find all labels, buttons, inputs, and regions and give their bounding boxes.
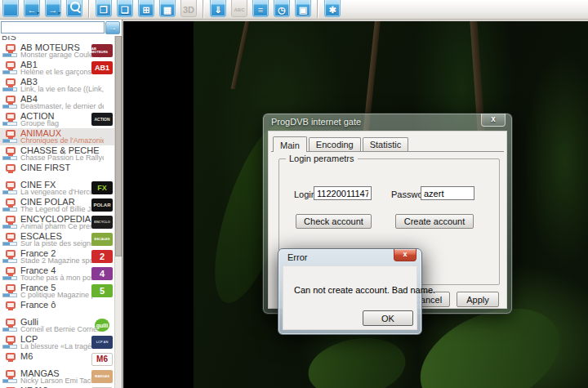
progdvb-window: ←▾→▾❐❏⊞▦3D⇓ABC≡◷▣✱ → BIS AB MOTEURS Mons…	[0, 0, 588, 388]
dropdown-arrow-icon: ▾	[58, 11, 60, 16]
channel-now-playing: Chasse Passion Le Rallye de St...	[20, 154, 104, 162]
create-account-button[interactable]: Create account	[395, 214, 474, 229]
channel-list-icon: ≡	[253, 5, 268, 15]
channel-logo-icon: MANGAS	[91, 370, 113, 383]
error-message: Can not create account. Bad name.	[294, 285, 435, 295]
channel-row[interactable]: CINE POLAR The Legend of Billie Jean... …	[0, 197, 115, 214]
channel-logo-icon: ESCALES	[91, 233, 113, 246]
window-corner-button[interactable]: ❏	[117, 0, 133, 17]
window-mode-icon: ❐	[96, 5, 111, 15]
schedule-button[interactable]: ◷	[274, 0, 290, 17]
record-icon: ⇓	[211, 5, 225, 15]
channel-logo-icon: gulli	[95, 319, 109, 332]
close-icon[interactable]: x	[394, 249, 416, 261]
close-icon[interactable]: x	[481, 114, 506, 127]
channel-progress	[2, 379, 17, 383]
channel-row[interactable]: ANIMAUX Chroniques de l'Amazonie sauva..…	[0, 128, 115, 145]
tv-icon	[6, 250, 16, 257]
channel-row[interactable]: ESCALES Sur la piste des seigneur... ESC…	[0, 231, 115, 248]
back-button[interactable]: ←▾	[24, 0, 40, 17]
channel-row[interactable]: Gulli Corneil et Bernie Corneil... gulli	[0, 317, 115, 334]
tv-icon	[6, 216, 16, 223]
channel-search-input[interactable]	[1, 21, 105, 33]
group-title: Login perametrs	[286, 154, 358, 163]
channel-progress	[2, 207, 17, 212]
channel-progress	[2, 70, 17, 74]
channel-progress	[2, 259, 17, 263]
channel-logo-icon: POLAR	[91, 198, 113, 212]
channel-logo-icon: FX	[91, 181, 113, 194]
3d-icon: 3D	[181, 5, 196, 15]
tv-icon	[6, 284, 16, 292]
teletext-icon: ▣	[296, 5, 310, 15]
channel-row[interactable]: AB MOTEURS Monster garage Couleur,... AB…	[0, 42, 115, 60]
channel-row[interactable]: AB3 Link, la vie en face ((Link, la vie …	[0, 77, 115, 94]
settings-icon: ✱	[325, 5, 340, 15]
channel-logo-icon: 2	[91, 250, 113, 263]
channel-row[interactable]: CINE FIRST	[0, 163, 115, 180]
error-dialog-title: Error	[287, 252, 307, 262]
forward-button[interactable]: →▾	[45, 0, 61, 17]
tv-icon	[6, 130, 16, 137]
channel-logo-icon: ACTION	[91, 113, 113, 126]
channel-now-playing: Link, la vie en face ((Link, la vie e...	[20, 85, 104, 93]
channel-row[interactable]: France 5 C politique Magazine poli... 5	[0, 283, 115, 300]
tile-view-icon: ⊞	[139, 5, 154, 15]
channel-row[interactable]: LCP La blessure «La tragédie... LCP AN	[0, 334, 115, 351]
subtitles-icon: ABC	[232, 5, 247, 15]
channel-progress	[2, 122, 17, 126]
password-field[interactable]	[421, 186, 474, 200]
channel-row[interactable]: AB1 Helène et les garçons To... AB1	[0, 60, 115, 77]
login-label: Login	[294, 190, 316, 199]
3d-button[interactable]: 3D	[180, 0, 197, 17]
channel-row[interactable]: France 4 Touche pas à mon poste... 4	[0, 265, 115, 283]
tv-icon	[6, 370, 16, 377]
check-account-button[interactable]: Check account	[296, 214, 372, 229]
toolbar-separator	[203, 0, 204, 18]
window-mode-button[interactable]: ❐	[96, 0, 112, 17]
channel-list-button[interactable]: ≡	[252, 0, 269, 17]
channel-row[interactable]: ENCYCLOPEDIA Animal pharm Ce premie... E…	[0, 214, 115, 231]
channel-progress	[2, 225, 17, 229]
channel-progress	[2, 276, 17, 280]
channel-row[interactable]: France ô	[0, 300, 115, 317]
tile-view-button[interactable]: ⊞	[138, 0, 154, 17]
tv-icon	[6, 233, 16, 240]
channel-row[interactable]: MANGAS Nicky Larson Emi Tachib... MANGAS	[0, 368, 115, 386]
search-button[interactable]	[66, 0, 82, 17]
sidebar-scrollbar[interactable]	[114, 36, 122, 388]
subtitles-button[interactable]: ABC	[231, 0, 247, 17]
channel-progress	[2, 53, 17, 57]
error-dialog: Error x Can not create account. Bad name…	[278, 248, 422, 335]
clipped-edge-button[interactable]	[2, 0, 19, 17]
clipped-channel-row[interactable]: BIS	[0, 36, 115, 42]
dialog-title: ProgDVB internet gate	[271, 117, 361, 127]
channel-row[interactable]: France 2 Stade 2 Magazine sportif. 2	[0, 248, 115, 265]
tv-icon	[6, 181, 16, 189]
tv-icon	[6, 113, 16, 120]
tab-encoding[interactable]: Encoding	[309, 137, 361, 151]
login-field[interactable]	[314, 186, 372, 200]
grid-view-button[interactable]: ▦	[159, 0, 176, 17]
apply-button[interactable]: Apply	[457, 292, 499, 307]
channel-sidebar: → BIS AB MOTEURS Monster garage Couleur,…	[0, 20, 122, 388]
channel-row[interactable]: CINE FX La vengeance d'Hercule I... FX	[0, 180, 115, 197]
channel-progress	[2, 190, 17, 194]
tv-icon	[6, 164, 16, 172]
search-go-button[interactable]: →	[105, 21, 120, 34]
channel-row[interactable]: ACTION Groupe flag ACTION	[0, 111, 115, 128]
record-button[interactable]: ⇓	[210, 0, 226, 17]
channel-row[interactable]: AB4 Beastmaster, le dernier des su Al...	[0, 94, 115, 111]
channel-progress	[2, 156, 17, 160]
tv-icon	[6, 336, 16, 343]
ok-button[interactable]: OK	[363, 310, 413, 326]
grid-view-icon: ▦	[160, 5, 175, 15]
teletext-button[interactable]: ▣	[295, 0, 311, 17]
channel-row[interactable]: CHASSE & PECHE Chasse Passion Le Rallye …	[0, 145, 115, 163]
scrollbar-thumb[interactable]	[115, 36, 122, 256]
channel-now-playing: Groupe flag	[20, 119, 59, 127]
tab-statistic[interactable]: Statistic	[363, 137, 409, 151]
channel-row[interactable]: M6 M6	[0, 351, 115, 368]
settings-button[interactable]: ✱	[324, 0, 341, 17]
tab-main[interactable]: Main	[273, 136, 307, 152]
